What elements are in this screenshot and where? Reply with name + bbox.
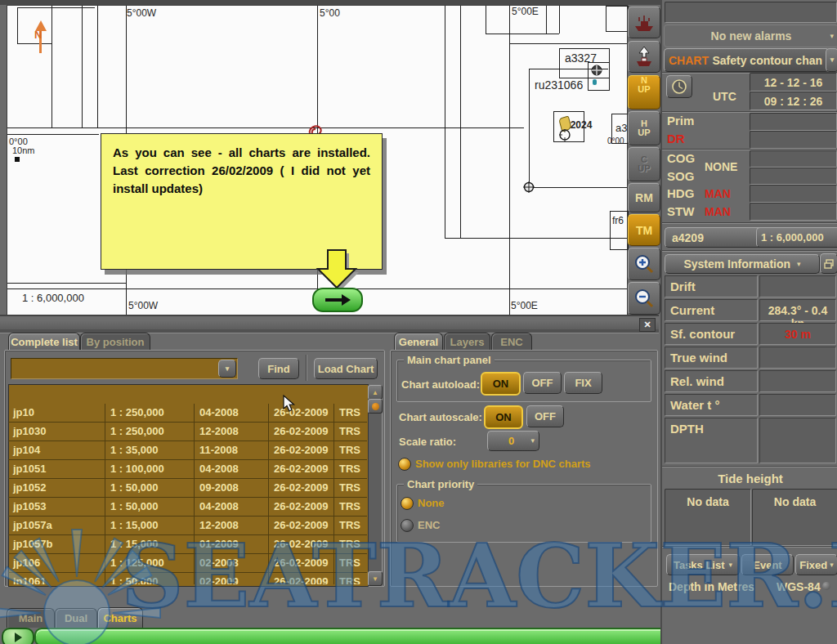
- sysinfo-label: Water t °: [665, 394, 758, 416]
- autoload-off-button[interactable]: OFF: [523, 372, 562, 394]
- cell-chart-number: jp104: [8, 441, 105, 459]
- autoscale-off-button[interactable]: OFF: [526, 405, 564, 427]
- toolbar-separator: [306, 355, 307, 381]
- cell-format: TRS: [334, 517, 367, 534]
- stw-value: [750, 203, 837, 221]
- chart-autoload-label: Chart autoload:: [401, 378, 480, 391]
- priority-enc-radio[interactable]: [401, 519, 414, 532]
- sysinfo-label: Current: [665, 299, 758, 321]
- tab-layers[interactable]: Layers: [444, 333, 490, 351]
- cell-scale: 1 : 15,000: [105, 517, 195, 534]
- tab-charts[interactable]: Charts: [97, 607, 143, 628]
- table-row[interactable]: jp1052 1 : 50,000 09-2008 26-02-2009 TRS: [8, 479, 367, 498]
- status-led: [822, 582, 830, 590]
- table-row[interactable]: jp104 1 : 35,000 11-2008 26-02-2009 TRS: [8, 441, 367, 460]
- tab-complete-list[interactable]: Complete list: [8, 333, 80, 351]
- chart-alert-prefix: CHART: [669, 54, 709, 67]
- find-button[interactable]: Find: [258, 358, 299, 379]
- relative-motion-button[interactable]: RM: [628, 183, 660, 212]
- ship-centered-button[interactable]: [628, 41, 660, 73]
- clock-button[interactable]: [666, 75, 692, 98]
- thumb-dot: [372, 403, 379, 410]
- tab-enc[interactable]: ENC: [491, 333, 532, 351]
- chart-number-select[interactable]: a4209▾: [665, 227, 767, 248]
- next-step-button[interactable]: [312, 288, 363, 312]
- scale-mark: [15, 157, 20, 162]
- dr-value: [750, 131, 837, 149]
- zoom-out-button[interactable]: [628, 282, 660, 315]
- tab-dual[interactable]: Dual: [55, 608, 97, 628]
- true-motion-button[interactable]: TM: [628, 214, 660, 246]
- autoscale-on-button[interactable]: ON: [484, 405, 523, 429]
- zoom-in-button[interactable]: [628, 248, 660, 280]
- date-display: 12 - 12 - 16: [750, 73, 837, 92]
- sysinfo-value: [759, 370, 836, 392]
- chart-search-combo[interactable]: ▾: [11, 358, 238, 379]
- sysinfo-value: [759, 418, 836, 463]
- scale-ratio-select[interactable]: 0 ▾: [487, 431, 539, 451]
- scrollbar-thumb[interactable]: [368, 399, 383, 414]
- cell-chart-number: jp1052: [8, 479, 105, 497]
- detach-panel-button[interactable]: [820, 253, 837, 274]
- chevron-down-icon: ▾: [226, 365, 230, 373]
- source-none-label: NONE: [705, 160, 737, 173]
- event-button[interactable]: Event: [741, 554, 794, 575]
- cell-chart-number: jp1051: [8, 460, 105, 478]
- table-row[interactable]: jp106 1 : 125,000 02-2008 26-02-2009 TRS: [8, 554, 367, 573]
- ship-ahead-button[interactable]: [628, 7, 660, 38]
- chart-display[interactable]: 5°00W 5°00 5°00E 5°00W 0°00 5°00E 0°00 1…: [7, 5, 628, 315]
- chart-scale-label: 1 : 6,000,000: [22, 292, 84, 304]
- tasks-list-button[interactable]: Tasks List▾: [666, 554, 740, 575]
- alarm-status-select[interactable]: No new alarms ▾: [664, 25, 837, 47]
- cell-issue-date: 12-2008: [195, 517, 269, 534]
- table-row[interactable]: jp1030 1 : 250,000 12-2008 26-02-2009 TR…: [8, 423, 367, 441]
- distance-label: 10nm: [12, 145, 35, 155]
- tab-general[interactable]: General: [394, 333, 443, 351]
- fixed-button[interactable]: Fixed▾: [795, 554, 837, 575]
- play-icon: [15, 633, 22, 642]
- cell-format: TRS: [334, 441, 367, 459]
- sysinfo-row: True wind: [665, 347, 836, 369]
- table-scrollbar[interactable]: [368, 385, 383, 587]
- scrollbar-up-button[interactable]: ▲: [368, 385, 383, 400]
- combo-dropdown-button[interactable]: ▾: [218, 360, 236, 378]
- cell-issue-date: 04-2008: [195, 460, 269, 478]
- cell-format: TRS: [334, 460, 367, 478]
- chart-scale-select[interactable]: 1 : 6,000,000▾: [756, 227, 837, 248]
- panel-divider[interactable]: ✕: [0, 315, 659, 333]
- relative-motion-label: RM: [635, 191, 653, 204]
- table-row[interactable]: jp1057a 1 : 15,000 12-2008 26-02-2009 TR…: [8, 517, 367, 535]
- scale-ratio-value: 0: [492, 435, 530, 447]
- autoload-on-button[interactable]: ON: [481, 372, 521, 396]
- north-up-button[interactable]: NUP: [628, 75, 660, 110]
- tab-by-position[interactable]: By position: [80, 333, 150, 351]
- sysinfo-value: [759, 275, 836, 297]
- scrollbar-down-button[interactable]: ▼: [368, 571, 383, 586]
- table-row[interactable]: jp10 1 : 250,000 04-2008 26-02-2009 TRS: [8, 404, 367, 423]
- system-information-select[interactable]: System Information▾: [665, 254, 820, 274]
- tide-left-cell: No data: [665, 489, 751, 546]
- table-row[interactable]: jp1057b 1 : 15,000 01-2009 26-02-2009 TR…: [8, 535, 367, 554]
- cell-issue-date: 02-2008: [195, 554, 269, 572]
- autoload-fix-button[interactable]: FIX: [564, 372, 602, 394]
- playback-button[interactable]: [2, 628, 34, 644]
- table-row[interactable]: jp1061 1 : 50,000 02-2009 26-02-2009 TRS: [8, 573, 367, 584]
- close-panel-button[interactable]: ✕: [639, 318, 656, 332]
- mouse-cursor: [283, 395, 296, 413]
- head-up-button[interactable]: HUP: [628, 111, 660, 145]
- table-row[interactable]: jp1051 1 : 100,000 04-2008 26-02-2009 TR…: [8, 460, 367, 479]
- cell-chart-number: jp10: [8, 404, 105, 422]
- cell-chart-number: jp1030: [8, 423, 105, 441]
- cog-value: [750, 150, 837, 168]
- table-row[interactable]: jp1053 1 : 50,000 04-2008 26-02-2009 TRS: [8, 498, 367, 517]
- dnc-radio[interactable]: [398, 458, 411, 471]
- ship-up-arrow-icon: [633, 46, 655, 69]
- cell-format: TRS: [334, 404, 367, 422]
- sysinfo-value: 30 m: [759, 323, 836, 345]
- chart-alert-button[interactable]: CHART Safety contour chan: [664, 48, 830, 72]
- group-title: Main chart panel: [404, 354, 495, 366]
- load-chart-button[interactable]: Load Chart: [314, 358, 378, 379]
- chart-alert-dropdown[interactable]: ▾: [826, 48, 837, 72]
- tab-main[interactable]: Main: [7, 608, 55, 628]
- priority-none-radio[interactable]: [401, 497, 414, 510]
